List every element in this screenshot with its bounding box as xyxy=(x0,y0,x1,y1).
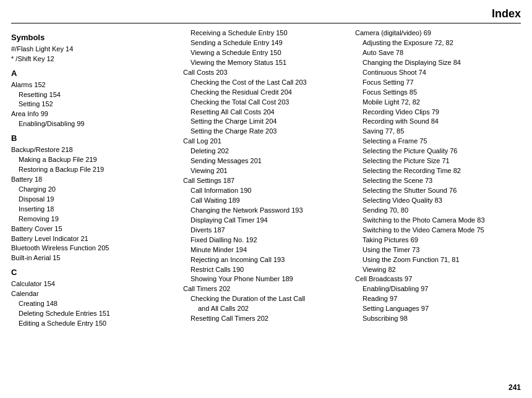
index-entry: Battery Level Indicator 21 xyxy=(11,234,177,244)
section-letter: A xyxy=(11,68,177,80)
index-entry: Making a Backup File 219 xyxy=(11,155,177,165)
index-entry: Reading 97 xyxy=(355,294,521,304)
index-entry: Enabling/Disabling 97 xyxy=(355,284,521,294)
index-entry: Focus Settings 85 xyxy=(355,88,521,98)
index-entry: Call Timers 202 xyxy=(183,284,349,294)
index-entry: Enabling/Disabling 99 xyxy=(11,119,177,129)
index-entry: Checking the Total Call Cost 203 xyxy=(183,98,349,108)
index-entry: Restrict Calls 190 xyxy=(183,265,349,275)
index-entry: Saving 77, 85 xyxy=(355,127,521,137)
index-entry: * /Shift Key 12 xyxy=(11,54,177,64)
index-entry: Call Information 190 xyxy=(183,186,349,196)
index-entry: Recording Video Clips 79 xyxy=(355,108,521,117)
index-entry: Selecting the Recording Time 82 xyxy=(355,166,521,176)
index-entry: Using the Zoom Function 71, 81 xyxy=(355,255,521,265)
index-entry: Bluetooth Wireless Function 205 xyxy=(11,243,177,253)
index-entry: Checking the Cost of the Last Call 203 xyxy=(183,78,349,88)
index-entry: Taking Pictures 69 xyxy=(355,235,521,245)
index-entry: Continuous Shoot 74 xyxy=(355,68,521,78)
index-entry: Receiving a Schedule Entry 150 xyxy=(183,28,349,38)
index-entry: Editing a Schedule Entry 150 xyxy=(11,319,177,329)
index-entry: Backup/Restore 218 xyxy=(11,145,177,155)
index-entry: Creating 148 xyxy=(11,299,177,309)
column-1: Symbols#/Flash Light Key 14* /Shift Key … xyxy=(11,28,177,329)
index-entry: Recording with Sound 84 xyxy=(355,117,521,127)
index-entry: Adjusting the Exposure 72, 82 xyxy=(355,38,521,48)
index-entry: Alarms 152 xyxy=(11,80,177,90)
index-entry: Checking the Duration of the Last Call xyxy=(183,294,349,304)
index-entry: Changing the Displaying Size 84 xyxy=(355,58,521,68)
index-entry: Disposal 19 xyxy=(11,195,177,205)
index-entry: Sending Messages 201 xyxy=(183,156,349,166)
index-entry: Minute Minder 194 xyxy=(183,245,349,255)
index-entry: and All Calls 202 xyxy=(183,304,349,314)
index-entry: Viewing 82 xyxy=(355,265,521,275)
index-entry: Cell Broadcasts 97 xyxy=(355,274,521,284)
index-entry: Checking the Residual Credit 204 xyxy=(183,88,349,98)
index-entry: Deleting Schedule Entries 151 xyxy=(11,309,177,319)
index-entry: Selecting the Picture Quality 76 xyxy=(355,146,521,156)
page-title: Index xyxy=(11,7,521,23)
index-entry: Resetting 154 xyxy=(11,90,177,100)
index-entry: Viewing 201 xyxy=(183,166,349,176)
index-entry: Built-in Aerial 15 xyxy=(11,253,177,263)
index-entry: Sending a Schedule Entry 149 xyxy=(183,38,349,48)
index-entry: Displaying Call Timer 194 xyxy=(183,216,349,226)
page-number-bottom: 241 xyxy=(508,383,521,392)
index-entry: Calculator 154 xyxy=(11,279,177,289)
index-entry: Focus Setting 77 xyxy=(355,78,521,88)
section-letter: B xyxy=(11,133,177,145)
index-entry: Selecting the Scene 73 xyxy=(355,176,521,186)
section-letter: C xyxy=(11,267,177,279)
index-entry: Viewing the Memory Status 151 xyxy=(183,58,349,68)
index-entry: Inserting 18 xyxy=(11,205,177,214)
index-entry: Camera (digital/video) 69 xyxy=(355,28,521,38)
index-entry: Viewing a Schedule Entry 150 xyxy=(183,48,349,58)
index-entry: #/Flash Light Key 14 xyxy=(11,44,177,54)
index-entry: Call Settings 187 xyxy=(183,176,349,186)
page: Index Symbols#/Flash Light Key 14* /Shif… xyxy=(0,0,532,398)
index-entry: Sending 70, 80 xyxy=(355,206,521,216)
index-entry: Fixed Dialling No. 192 xyxy=(183,235,349,245)
index-entry: Changing the Network Password 193 xyxy=(183,206,349,216)
index-entry: Auto Save 78 xyxy=(355,48,521,58)
index-entry: Area Info 99 xyxy=(11,109,177,119)
index-entry: Using the Timer 73 xyxy=(355,245,521,255)
index-entry: Call Log 201 xyxy=(183,137,349,146)
index-entry: Call Costs 203 xyxy=(183,68,349,78)
index-entry: Setting 152 xyxy=(11,100,177,109)
index-entry: Call Waiting 189 xyxy=(183,196,349,206)
index-entry: Switching to the Video Camera Mode 75 xyxy=(355,226,521,235)
index-entry: Battery 18 xyxy=(11,175,177,185)
index-entry: Restoring a Backup File 219 xyxy=(11,165,177,175)
index-columns: Symbols#/Flash Light Key 14* /Shift Key … xyxy=(11,28,521,329)
index-entry: Subscribing 98 xyxy=(355,314,521,324)
index-entry: Selecting a Frame 75 xyxy=(355,137,521,146)
index-entry: Resetting Call Timers 202 xyxy=(183,314,349,324)
column-2: Receiving a Schedule Entry 150Sending a … xyxy=(183,28,349,329)
index-entry: Removing 19 xyxy=(11,214,177,224)
index-entry: Rejecting an Incoming Call 193 xyxy=(183,255,349,265)
index-entry: Setting the Charge Rate 203 xyxy=(183,127,349,137)
index-entry: Setting Languages 97 xyxy=(355,304,521,314)
index-entry: Diverts 187 xyxy=(183,226,349,235)
column-3: Camera (digital/video) 69Adjusting the E… xyxy=(355,28,521,329)
index-entry: Switching to the Photo Camera Mode 83 xyxy=(355,216,521,226)
index-entry: Mobile Light 72, 82 xyxy=(355,98,521,108)
index-entry: Showing Your Phone Number 189 xyxy=(183,274,349,284)
index-entry: Setting the Charge Limit 204 xyxy=(183,117,349,127)
section-letter: Symbols xyxy=(11,32,177,44)
index-entry: Battery Cover 15 xyxy=(11,224,177,234)
index-entry: Selecting the Shutter Sound 76 xyxy=(355,186,521,196)
index-entry: Deleting 202 xyxy=(183,146,349,156)
index-entry: Selecting Video Quality 83 xyxy=(355,196,521,206)
index-entry: Resetting All Call Costs 204 xyxy=(183,108,349,117)
index-entry: Charging 20 xyxy=(11,185,177,195)
index-entry: Selecting the Picture Size 71 xyxy=(355,156,521,166)
index-entry: Calendar xyxy=(11,289,177,299)
